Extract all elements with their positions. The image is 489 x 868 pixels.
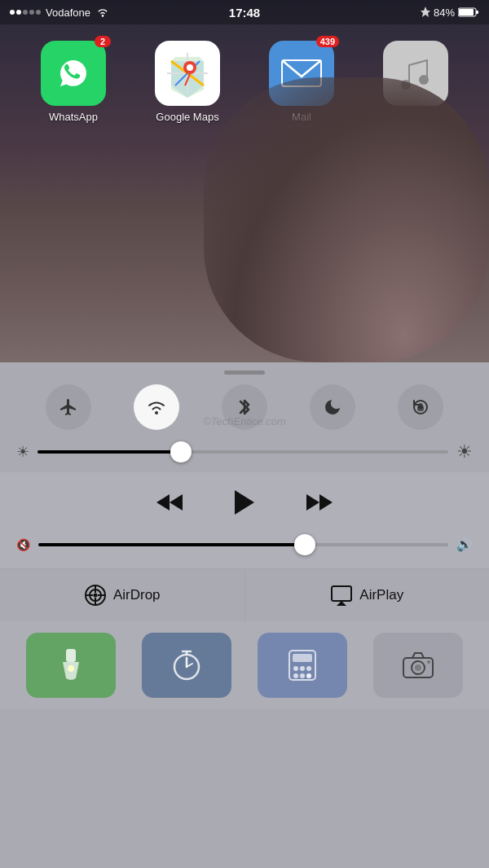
mail-logo — [280, 57, 323, 90]
brightness-low-icon: ☀ — [16, 443, 29, 461]
calculator-button[interactable] — [258, 633, 347, 698]
app-row: 2 WhatsApp — [0, 41, 489, 123]
svg-point-42 — [306, 666, 311, 671]
svg-marker-18 — [170, 494, 183, 511]
brightness-thumb — [170, 441, 192, 462]
svg-rect-2 — [459, 9, 474, 15]
camera-icon — [402, 651, 434, 679]
svg-point-12 — [419, 75, 429, 85]
status-right: 84% — [421, 7, 479, 19]
signal-dots — [10, 10, 41, 15]
brightness-track[interactable] — [37, 450, 448, 454]
home-screen: 2 WhatsApp — [0, 0, 489, 362]
rewind-button[interactable] — [155, 491, 184, 519]
svg-point-44 — [300, 673, 305, 678]
airplane-toggle[interactable] — [46, 384, 91, 430]
airplay-icon — [330, 585, 353, 606]
music-logo — [391, 49, 440, 98]
drag-handle[interactable] — [0, 362, 489, 379]
volume-row: 🔇 🔊 — [0, 537, 489, 552]
flashlight-icon — [58, 649, 84, 682]
play-button[interactable] — [233, 489, 256, 522]
rotation-toggle[interactable] — [398, 384, 443, 430]
svg-point-11 — [401, 80, 411, 90]
svg-point-40 — [293, 666, 298, 671]
music-icon — [383, 41, 448, 106]
volume-high-icon: 🔊 — [456, 537, 473, 552]
camera-button[interactable] — [373, 633, 463, 698]
airdrop-label: AirDrop — [113, 587, 161, 603]
app-mail[interactable]: 439 Mail — [257, 41, 346, 123]
location-icon — [421, 7, 430, 18]
maps-logo — [159, 45, 216, 102]
airdrop-icon — [84, 584, 107, 607]
media-controls — [0, 489, 489, 522]
calculator-icon — [288, 649, 317, 682]
svg-point-49 — [427, 660, 430, 664]
svg-point-32 — [68, 665, 74, 672]
volume-thumb — [294, 534, 315, 555]
whatsapp-logo — [52, 52, 95, 94]
googlemaps-label: Google Maps — [156, 111, 218, 123]
app-googlemaps[interactable]: Google Maps — [143, 41, 232, 123]
media-section: 🔇 🔊 — [0, 472, 489, 568]
mail-label: Mail — [292, 111, 311, 123]
airplane-icon — [59, 397, 78, 417]
shortcuts-row — [0, 621, 489, 709]
moon-icon — [323, 397, 342, 417]
brightness-row: ☀ ☀ — [0, 438, 489, 472]
donotdisturb-toggle[interactable] — [310, 384, 355, 430]
airplay-button[interactable]: AirPlay — [245, 569, 490, 621]
mail-badge: 439 — [316, 36, 339, 47]
whatsapp-badge: 2 — [95, 36, 111, 47]
rotation-icon — [410, 397, 431, 418]
svg-rect-39 — [293, 654, 312, 662]
svg-point-13 — [155, 411, 158, 414]
carrier-label: Vodafone — [46, 7, 90, 19]
status-time: 17:48 — [229, 6, 260, 20]
googlemaps-icon — [155, 41, 220, 106]
play-icon — [233, 489, 256, 516]
battery-label: 84% — [434, 7, 455, 19]
mail-icon: 439 — [269, 41, 334, 106]
svg-point-43 — [293, 673, 298, 678]
svg-rect-8 — [280, 57, 323, 90]
bluetooth-toggle[interactable] — [222, 384, 267, 430]
app-whatsapp[interactable]: 2 WhatsApp — [29, 41, 118, 123]
fastforward-icon — [305, 491, 334, 514]
volume-low-icon: 🔇 — [16, 538, 30, 551]
flashlight-button[interactable] — [26, 633, 116, 698]
airplay-label: AirPlay — [359, 587, 403, 603]
svg-marker-21 — [319, 494, 333, 511]
svg-point-45 — [306, 673, 311, 678]
svg-rect-29 — [332, 586, 351, 601]
timer-icon — [171, 650, 202, 681]
wifi-toggle[interactable] — [134, 384, 179, 430]
svg-marker-17 — [156, 494, 170, 511]
app-music[interactable]: Music — [371, 41, 460, 123]
svg-marker-19 — [235, 490, 254, 515]
wifi-icon — [146, 398, 167, 416]
control-center: ☀ ☀ — [0, 362, 489, 868]
battery-icon — [458, 7, 479, 18]
svg-rect-3 — [476, 11, 478, 14]
svg-point-48 — [415, 664, 421, 671]
timer-button[interactable] — [142, 633, 231, 698]
volume-track[interactable] — [38, 543, 448, 546]
svg-point-41 — [300, 666, 305, 671]
svg-rect-10 — [391, 49, 440, 98]
svg-point-0 — [102, 15, 104, 17]
whatsapp-icon: 2 — [41, 41, 106, 106]
svg-marker-20 — [306, 494, 319, 511]
svg-point-7 — [187, 64, 193, 71]
rewind-icon — [155, 491, 184, 514]
bluetooth-icon — [236, 397, 253, 418]
airdrop-button[interactable]: AirDrop — [0, 569, 245, 621]
status-wifi-icon — [95, 7, 110, 18]
status-bar: Vodafone 17:48 84% — [0, 0, 489, 24]
brightness-fill — [37, 450, 181, 454]
fastforward-button[interactable] — [305, 491, 334, 519]
drag-handle-bar — [224, 370, 265, 375]
svg-rect-31 — [66, 649, 76, 662]
brightness-high-icon: ☀ — [456, 441, 473, 462]
